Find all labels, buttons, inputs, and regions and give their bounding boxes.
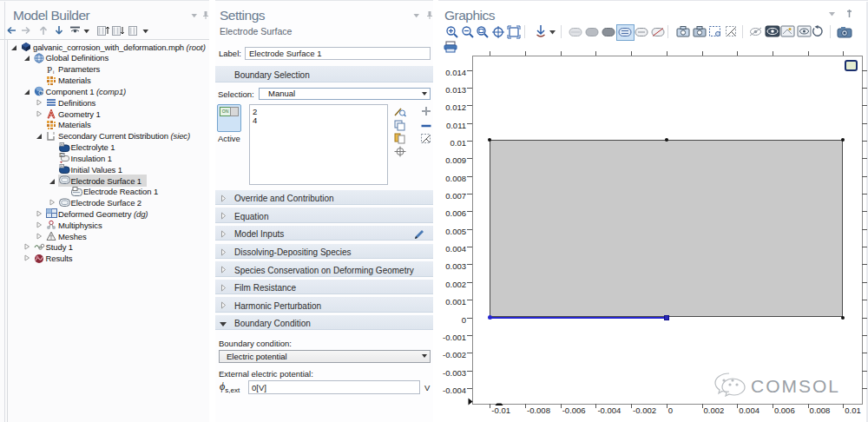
svg-text:?: ? <box>40 90 43 96</box>
svg-text:COMSOL: COMSOL <box>751 376 840 396</box>
svg-text:P: P <box>47 64 52 75</box>
svg-text:i: i <box>53 69 54 75</box>
